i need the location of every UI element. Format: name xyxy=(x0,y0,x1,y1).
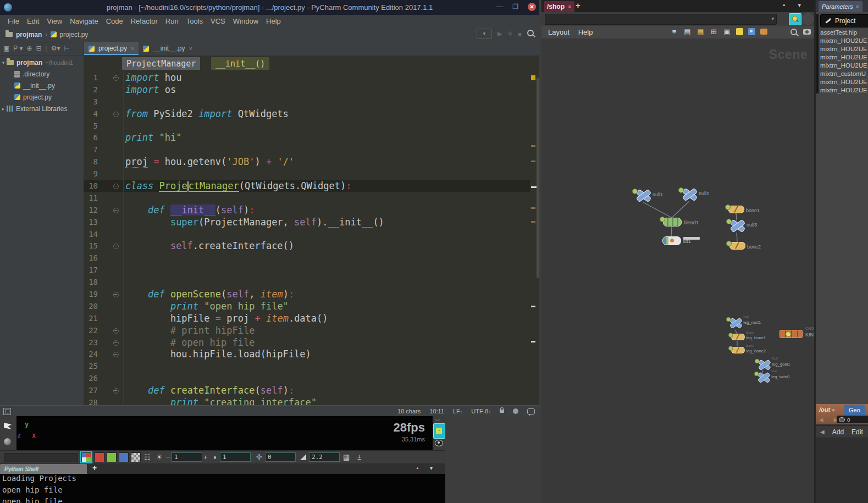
node-leg_bone2[interactable]: Bone leg_bone2 xyxy=(731,347,745,353)
node-flag-icon[interactable] xyxy=(755,359,760,364)
network-editor-canvas[interactable]: Scene null1 null2 blend1 lid1 bone1 null… xyxy=(541,38,814,503)
fold-icon[interactable] xyxy=(113,388,119,394)
project-button[interactable]: Project xyxy=(820,14,868,27)
locate-icon[interactable]: ⊕ xyxy=(27,45,32,52)
project-file-item[interactable]: mixtrn_HOU2UE xyxy=(820,62,868,70)
fold-icon[interactable] xyxy=(113,244,119,249)
pane-tab-geometry[interactable]: Geo xyxy=(844,405,865,415)
menu-view[interactable]: View xyxy=(47,17,62,25)
collapse-arrow-icon[interactable]: ◀ xyxy=(820,429,825,435)
collapse-all-icon[interactable]: ⊟ xyxy=(36,45,42,52)
fold-icon[interactable] xyxy=(113,328,119,334)
project-file-item[interactable]: mixtrn_customU xyxy=(820,70,868,78)
collapse-icon[interactable]: ◡ xyxy=(435,416,440,422)
menu-window[interactable]: Window xyxy=(233,17,258,25)
code-line-3[interactable]: 3 xyxy=(84,96,530,108)
stripe-marker[interactable] xyxy=(531,207,535,209)
project-file-item[interactable]: mixtrn_HOU2UE xyxy=(820,78,868,86)
node-flag-icon[interactable] xyxy=(754,372,759,377)
editor-scrollbar[interactable] xyxy=(537,56,539,405)
menu-navigate[interactable]: Navigate xyxy=(70,17,98,25)
brightness-field[interactable]: 1 xyxy=(172,452,202,462)
inspections-icon[interactable] xyxy=(513,408,518,414)
palette-grid-icon[interactable]: ▦ xyxy=(696,27,705,36)
node-leg_root1[interactable]: Null leg_root1 xyxy=(729,318,742,327)
search-icon[interactable] xyxy=(527,30,534,38)
eye-icon[interactable] xyxy=(435,440,443,446)
edit-button[interactable]: Edit xyxy=(852,428,863,436)
stripe-marker[interactable] xyxy=(531,145,535,147)
node-link-icon[interactable]: ▣ xyxy=(723,27,731,36)
node-flag-icon[interactable] xyxy=(678,187,684,193)
menu-run[interactable]: Run xyxy=(165,17,179,25)
code-line-23[interactable]: 23 # open hip file xyxy=(84,336,530,349)
menu-help[interactable]: Help xyxy=(266,17,281,25)
new-pane-tab-button[interactable]: + xyxy=(576,1,580,10)
code-line-19[interactable]: 19 def openScene(self, item): xyxy=(84,288,530,300)
node-null2[interactable]: null2 xyxy=(682,189,696,199)
viewport-canvas[interactable]: y z x 28fps 35.31ms xyxy=(16,416,433,450)
channel-green-button[interactable] xyxy=(107,452,117,462)
lock-icon[interactable] xyxy=(500,410,504,413)
snapshot-icon[interactable] xyxy=(803,27,811,36)
titlebar[interactable]: projman - [~/houdini16.0/scripts/python/… xyxy=(0,0,539,15)
channel-red-button[interactable] xyxy=(95,452,104,462)
menu-refactor[interactable]: Refactor xyxy=(131,17,158,25)
camera-selector[interactable]: o xyxy=(837,416,868,423)
project-file-item[interactable]: assetTest.hip xyxy=(820,29,868,37)
fold-icon[interactable] xyxy=(113,184,119,189)
code-line-18[interactable]: 18 xyxy=(84,276,530,288)
channel-alpha-button[interactable] xyxy=(131,452,141,462)
caret-position[interactable]: 10:11 xyxy=(429,408,444,414)
gamma-field[interactable]: 2.2 xyxy=(309,452,340,462)
stripe-marker[interactable] xyxy=(531,221,535,223)
minimize-button[interactable]: — xyxy=(496,3,503,10)
project-panel-icon[interactable]: ▣ xyxy=(3,45,9,52)
chevron-down-icon[interactable]: ▾ xyxy=(0,60,7,65)
code-line-13[interactable]: 13 super(ProjectManager, self).__init__(… xyxy=(84,216,530,228)
sync-icon[interactable] xyxy=(803,13,814,25)
node-null3[interactable]: null3 xyxy=(730,220,744,230)
console-tab[interactable]: Python Shell xyxy=(0,464,87,474)
pane-tab-parameters[interactable]: Parameters × xyxy=(819,1,863,12)
console-output[interactable]: Loading Projectsopen hip fileopen hip fi… xyxy=(0,473,445,503)
code-line-21[interactable]: 21 hipFile = proj + item.data() xyxy=(84,312,530,324)
pin-button[interactable] xyxy=(789,13,801,25)
node-null1[interactable]: null1 xyxy=(636,190,650,200)
node-leg_twist1[interactable]: Null leg_twist1 xyxy=(758,373,770,381)
node-bone1[interactable]: bone1 xyxy=(728,206,744,213)
menu-vcs[interactable]: VCS xyxy=(211,17,225,25)
node-leg_bone1[interactable]: Bone leg_bone1 xyxy=(731,334,745,340)
menu-layout[interactable]: Layout xyxy=(548,26,570,38)
brightness-icon[interactable]: ☀ xyxy=(156,453,163,461)
node-rename-field[interactable] xyxy=(683,237,700,240)
close-icon[interactable]: × xyxy=(568,3,571,10)
stripe-marker[interactable] xyxy=(531,306,535,307)
code-line-5[interactable]: 5 xyxy=(84,120,530,132)
code-line-17[interactable]: 17 xyxy=(84,264,530,276)
breadcrumb-file[interactable]: project.py xyxy=(59,31,88,38)
lut-icon[interactable]: ▦ xyxy=(343,453,350,461)
hide-panel-icon[interactable]: ⊢ xyxy=(64,45,70,52)
pane-controls[interactable]: ▪ ▾ xyxy=(417,465,438,471)
project-dropdown[interactable]: P ▾ xyxy=(13,45,23,52)
fold-icon[interactable] xyxy=(113,340,119,346)
project-file-item[interactable]: mixtrn_HOU2UE xyxy=(820,37,868,45)
background-image-icon[interactable] xyxy=(748,28,755,35)
flipbook-icon[interactable] xyxy=(4,423,12,429)
menu-code[interactable]: Code xyxy=(106,17,123,25)
material-sphere-icon[interactable] xyxy=(4,438,11,445)
run-icon[interactable]: ▶ xyxy=(497,30,502,37)
layout-grid-button[interactable] xyxy=(433,423,445,439)
node-flag-icon[interactable] xyxy=(660,217,665,222)
code-line-14[interactable]: 14 xyxy=(84,228,530,240)
pane-tab-out[interactable]: /out▾ xyxy=(819,406,834,413)
run-config-dropdown[interactable]: ▾ xyxy=(477,29,492,39)
chevron-down-icon[interactable]: ▾ xyxy=(771,16,774,21)
pane-controls[interactable]: ▪ ▾ xyxy=(783,2,806,9)
fold-icon[interactable] xyxy=(113,75,119,81)
add-button[interactable]: Add xyxy=(832,428,844,436)
search-icon[interactable] xyxy=(789,27,798,36)
code-line-4[interactable]: 4 from PySide2 import QtWidgets xyxy=(84,108,530,120)
plus-button[interactable]: + xyxy=(203,453,208,461)
